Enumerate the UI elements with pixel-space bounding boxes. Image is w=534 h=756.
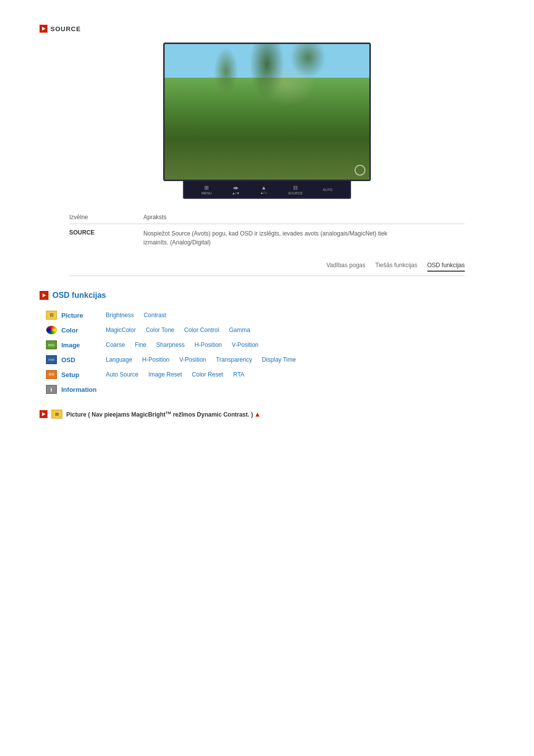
rta-link[interactable]: RTA xyxy=(233,371,244,378)
monitor-controls: ⊞ MENU ◂▸ ▲/▼ ▲ ▲/☼ ⊟ SOURCE AUTO xyxy=(183,181,351,199)
osd-icon xyxy=(40,291,48,300)
osd-section: OSD funkcijas 🖼 Picture Brightness Contr… xyxy=(40,291,494,395)
auto-source-link[interactable]: Auto Source xyxy=(106,371,138,378)
color-tone-link[interactable]: Color Tone xyxy=(146,327,175,333)
brightness-link[interactable]: Brightness xyxy=(106,312,134,319)
ctrl-brightness[interactable]: ▲ ▲/☼ xyxy=(260,185,267,194)
ctrl-menu[interactable]: ⊞ MENU xyxy=(201,185,212,195)
v-position-osd-link[interactable]: V-Position xyxy=(179,356,206,363)
information-icon: ℹ xyxy=(46,385,57,394)
osd-icon-cell: OSD xyxy=(44,354,58,365)
nav-tabs: Vadības pogas Tiešās funkcijas OSD funkc… xyxy=(69,262,465,276)
osd-row-osd: OSD OSD Language H-Position V-Position T… xyxy=(44,354,494,365)
arrows-label: ▲/▼ xyxy=(232,191,240,195)
color-icon-cell: ⊙ xyxy=(44,325,58,335)
setup-items: Auto Source Image Reset Color Reset RTA xyxy=(106,371,244,378)
osd-row-information: ℹ Information xyxy=(44,384,494,395)
osd-row-color: ⊙ Color MagicColor Color Tone Color Cont… xyxy=(44,325,494,335)
ctrl-source[interactable]: ⊟ SOURCE xyxy=(288,185,303,195)
auto-label: AUTO xyxy=(323,188,332,191)
information-icon-cell: ℹ xyxy=(44,384,58,395)
svg-marker-2 xyxy=(42,412,45,416)
monitor-section: ⊞ MENU ◂▸ ▲/▼ ▲ ▲/☼ ⊟ SOURCE AUTO xyxy=(40,43,494,199)
picture-icon: 🖼 xyxy=(46,311,57,320)
monitor-frame xyxy=(163,43,371,181)
picture-category[interactable]: Picture xyxy=(61,312,106,319)
information-category[interactable]: Information xyxy=(61,386,106,393)
row-menu-source: SOURCE xyxy=(69,229,143,247)
bottom-text: Picture ( Nav pieejams MagicBrightTM rež… xyxy=(66,410,261,418)
image-reset-link[interactable]: Image Reset xyxy=(148,371,182,378)
setup-icon-cell: ⚙⚙ xyxy=(44,369,58,380)
svg-marker-1 xyxy=(43,293,46,297)
language-link[interactable]: Language xyxy=(106,356,132,363)
col-izvēlne-header: Izvēlne xyxy=(69,214,143,221)
contrast-link[interactable]: Contrast xyxy=(144,312,166,319)
setup-icon: ⚙⚙ xyxy=(46,370,57,379)
tab-osd[interactable]: OSD funkcijas xyxy=(427,262,465,272)
osd-row-picture: 🖼 Picture Brightness Contrast xyxy=(44,310,494,321)
col-apraksts-header: Apraksts xyxy=(143,214,167,221)
osd-header: OSD funkcijas xyxy=(40,291,494,300)
transparency-link[interactable]: Transparency xyxy=(216,356,252,363)
source-ctrl-icon: ⊟ xyxy=(293,185,298,191)
source-header: SOURCE xyxy=(40,25,494,33)
image-icon-cell: IMG xyxy=(44,339,58,350)
image-items: Coarse Fine Sharpness H-Position V-Posit… xyxy=(106,341,259,348)
picture-items: Brightness Contrast xyxy=(106,312,166,319)
display-time-link[interactable]: Display Time xyxy=(262,356,296,363)
table-section: Izvēlne Apraksts SOURCE Nospiežot Source… xyxy=(69,214,465,247)
menu-label: MENU xyxy=(201,191,212,195)
brightness-label: ▲/☼ xyxy=(260,191,267,194)
bottom-note: 🖼 Picture ( Nav pieejams MagicBrightTM r… xyxy=(40,410,494,419)
brightness-icon: ▲ xyxy=(261,185,267,190)
h-position-image-link[interactable]: H-Position xyxy=(194,341,222,348)
osd-items: Language H-Position V-Position Transpare… xyxy=(106,356,296,363)
magiccolor-link[interactable]: MagicColor xyxy=(106,327,136,333)
menu-icon: ⊞ xyxy=(204,185,209,191)
osd-row-image: IMG Image Coarse Fine Sharpness H-Positi… xyxy=(44,339,494,350)
osd-menu-icon: OSD xyxy=(46,355,57,364)
color-category[interactable]: Color xyxy=(61,327,106,334)
source-icon xyxy=(40,25,47,33)
table-header: Izvēlne Apraksts xyxy=(69,214,465,224)
source-ctrl-label: SOURCE xyxy=(288,191,303,195)
tab-vadibas[interactable]: Vadības pogas xyxy=(326,262,365,272)
sharpness-link[interactable]: Sharpness xyxy=(156,341,184,348)
osd-title: OSD funkcijas xyxy=(52,291,106,300)
svg-marker-0 xyxy=(42,27,45,31)
gamma-link[interactable]: Gamma xyxy=(229,327,250,333)
tab-tiesas[interactable]: Tiešās funkcijas xyxy=(375,262,417,272)
coarse-link[interactable]: Coarse xyxy=(106,341,125,348)
ctrl-arrows[interactable]: ◂▸ ▲/▼ xyxy=(232,185,240,195)
arrows-icon: ◂▸ xyxy=(233,185,239,191)
source-title: SOURCE xyxy=(50,25,81,33)
color-control-link[interactable]: Color Control xyxy=(184,327,220,333)
setup-category[interactable]: Setup xyxy=(61,371,106,378)
h-position-osd-link[interactable]: H-Position xyxy=(142,356,169,363)
osd-category[interactable]: OSD xyxy=(61,356,106,364)
color-reset-link[interactable]: Color Reset xyxy=(192,371,223,378)
monitor-image xyxy=(165,44,369,180)
color-items: MagicColor Color Tone Color Control Gamm… xyxy=(106,327,250,333)
v-position-image-link[interactable]: V-Position xyxy=(232,341,259,348)
picture-icon-cell: 🖼 xyxy=(44,310,58,321)
row-desc-source: Nospiežot Source (Avots) pogu, kad OSD i… xyxy=(143,229,391,247)
osd-grid: 🖼 Picture Brightness Contrast ⊙ Color Ma… xyxy=(44,310,494,395)
fine-link[interactable]: Fine xyxy=(135,341,146,348)
table-row: SOURCE Nospiežot Source (Avots) pogu, ka… xyxy=(69,229,465,247)
image-icon: IMG xyxy=(46,340,57,349)
bottom-icon-red xyxy=(40,410,47,418)
image-category[interactable]: Image xyxy=(61,341,106,349)
color-icon: ⊙ xyxy=(46,326,57,334)
osd-row-setup: ⚙⚙ Setup Auto Source Image Reset Color R… xyxy=(44,369,494,380)
ctrl-auto[interactable]: AUTO xyxy=(323,188,332,191)
bottom-icon-yellow: 🖼 xyxy=(51,410,62,419)
